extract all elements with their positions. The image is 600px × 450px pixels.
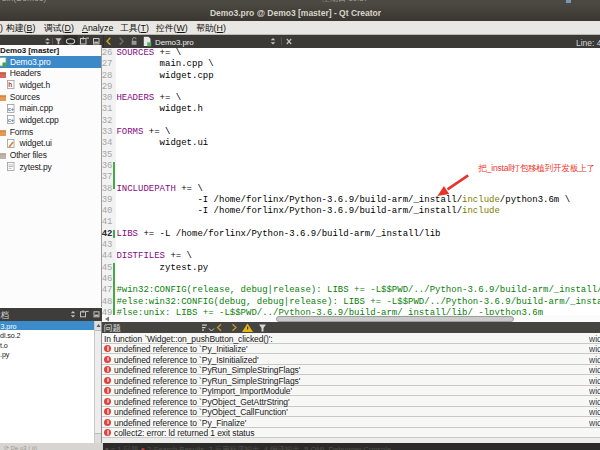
svg-text:c+: c+ — [8, 117, 14, 123]
svg-text:h: h — [8, 81, 12, 88]
svg-text:c+: c+ — [8, 106, 14, 112]
